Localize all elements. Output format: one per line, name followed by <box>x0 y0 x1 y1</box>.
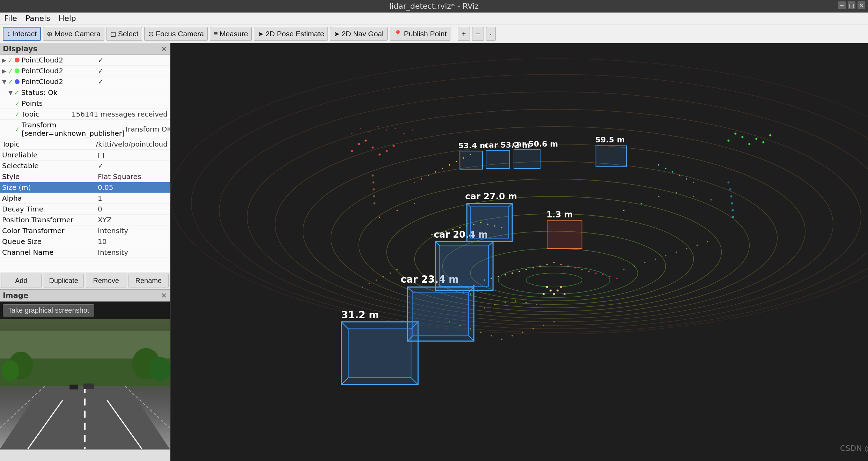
svg-point-66 <box>679 175 681 176</box>
tree-row-transform[interactable]: ✓ Transform [sender=unknown_publisher] T… <box>0 120 170 139</box>
rename-button[interactable]: Rename <box>128 274 169 288</box>
svg-point-9 <box>2 360 19 381</box>
image-close-button[interactable]: ✕ <box>161 291 167 300</box>
tree-row-style[interactable]: Style Flat Squares <box>0 171 170 182</box>
tree-row-decay[interactable]: Decay Time 0 <box>0 204 170 215</box>
svg-rect-14 <box>170 43 868 461</box>
svg-point-140 <box>395 128 396 129</box>
select-icon: ◻ <box>110 30 116 38</box>
nav-goal-button[interactable]: ➤ 2D Nav Goal <box>330 27 387 41</box>
menu-file[interactable]: File <box>4 14 17 23</box>
svg-point-69 <box>351 150 353 152</box>
pose-estimate-button[interactable]: ➤ 2D Pose Estimate <box>254 27 328 41</box>
svg-rect-132 <box>486 150 510 169</box>
minus-button[interactable]: − <box>472 27 484 41</box>
publish-point-button[interactable]: 📍 Publish Point <box>390 27 451 41</box>
move-camera-icon: ⊕ <box>47 30 53 38</box>
svg-rect-134 <box>596 146 627 167</box>
plus-button[interactable]: + <box>458 27 470 41</box>
tree-row-topic-msg[interactable]: ✓ Topic 156141 messages received <box>0 109 170 120</box>
minimize-button[interactable]: ─ <box>838 1 846 9</box>
svg-rect-117 <box>413 292 469 336</box>
tree-row-pc1[interactable]: ▶ ✓ PointCloud2 ✓ <box>0 55 170 66</box>
close-button[interactable]: ✕ <box>858 1 865 9</box>
svg-point-33 <box>512 272 513 274</box>
svg-point-104 <box>623 210 625 211</box>
tree-expand-icon: ▼ <box>8 89 13 96</box>
move-camera-button[interactable]: ⊕ Move Camera <box>43 27 104 41</box>
svg-point-72 <box>372 147 374 149</box>
svg-point-181 <box>372 174 374 177</box>
svg-point-136 <box>360 128 361 129</box>
svg-point-67 <box>686 178 687 180</box>
displays-section: Displays ✕ ▶ ✓ PointCloud2 ✓ ▶ ✓ PointCl… <box>0 43 170 290</box>
measure-button[interactable]: ≡ Measure <box>210 27 252 41</box>
tree-row-pos-transform[interactable]: Position Transformer XYZ <box>0 215 170 225</box>
tree-label: PointCloud2 <box>21 77 98 86</box>
dot-button[interactable]: · <box>486 27 496 41</box>
svg-point-163 <box>382 276 384 277</box>
remove-button[interactable]: Remove <box>86 274 126 288</box>
3d-viewport[interactable]: 31.2 m car 23.4 m car 20.4 m <box>170 43 868 461</box>
displays-header: Displays ✕ <box>0 43 170 55</box>
focus-camera-button[interactable]: ⊙ Focus Camera <box>144 27 208 41</box>
tree-row-queue-size[interactable]: Queue Size 10 <box>0 236 170 247</box>
svg-point-105 <box>641 203 642 204</box>
tree-value: □ <box>98 151 168 159</box>
svg-point-81 <box>762 141 764 143</box>
tree-row-selectable[interactable]: Selectable ✓ <box>0 161 170 171</box>
svg-point-168 <box>644 262 646 263</box>
svg-point-35 <box>525 269 527 270</box>
svg-point-73 <box>378 154 381 156</box>
svg-point-172 <box>686 248 687 250</box>
tree-row-color-transform[interactable]: Color Transformer Intensity <box>0 225 170 236</box>
tree-row-pc2[interactable]: ▶ ✓ PointCloud2 ✓ <box>0 66 170 76</box>
focus-camera-icon: ⊙ <box>148 30 154 38</box>
maximize-button[interactable]: □ <box>848 1 855 9</box>
svg-point-108 <box>693 196 694 197</box>
tree-row-status[interactable]: ▼ ✓ Status: Ok <box>0 87 170 98</box>
tree-row-channel[interactable]: Channel Name Intensity <box>0 247 170 258</box>
svg-point-148 <box>501 339 502 340</box>
svg-rect-7 <box>83 384 94 389</box>
select-button[interactable]: ◻ Select <box>106 27 142 41</box>
tree-row-topic[interactable]: Topic /kitti/velo/pointcloud <box>0 139 170 150</box>
tree-label: Color Transformer <box>2 226 98 235</box>
svg-point-56 <box>428 175 429 176</box>
duplicate-button[interactable]: Duplicate <box>44 274 84 288</box>
tree-check-right: ✓ <box>98 56 168 64</box>
svg-point-139 <box>386 129 387 131</box>
tree-row-pc3[interactable]: ▼ ✓ PointCloud2 ✓ <box>0 76 170 87</box>
image-header: Image ✕ <box>0 290 170 302</box>
svg-point-169 <box>655 258 656 260</box>
svg-point-149 <box>512 335 513 336</box>
svg-point-70 <box>358 143 360 145</box>
add-button[interactable]: Add <box>1 274 42 288</box>
svg-point-147 <box>491 335 492 336</box>
screenshot-button[interactable]: Take graphical screenshot <box>3 304 94 317</box>
tree-label: Position Transformer <box>2 216 98 224</box>
pc-color-dot <box>15 58 20 62</box>
tree-row-points[interactable]: ✓ Points <box>0 98 170 109</box>
tree-row-alpha[interactable]: Alpha 1 <box>0 193 170 204</box>
menu-help[interactable]: Help <box>59 14 76 23</box>
tree-row-unreliable[interactable]: Unreliable □ <box>0 150 170 161</box>
tree-value: XYZ <box>98 216 168 224</box>
svg-point-97 <box>557 289 559 291</box>
image-section: Image ✕ Take graphical screenshot <box>0 290 170 461</box>
svg-point-50 <box>595 272 597 274</box>
tree-value: Transform OK <box>125 125 170 133</box>
displays-tree[interactable]: ▶ ✓ PointCloud2 ✓ ▶ ✓ PointCloud2 ✓ ▼ <box>0 55 170 272</box>
tree-check-icon: ✓ <box>15 126 20 133</box>
svg-point-152 <box>543 325 544 326</box>
svg-point-37 <box>539 265 541 267</box>
interact-button[interactable]: ↕ Interact <box>3 27 41 41</box>
tree-check-right: ✓ <box>98 67 168 75</box>
svg-point-76 <box>727 140 729 142</box>
tree-check-icon: ✓ <box>15 100 20 107</box>
displays-close-button[interactable]: ✕ <box>161 45 167 53</box>
svg-point-95 <box>550 289 552 291</box>
menu-panels[interactable]: Panels <box>25 14 50 23</box>
svg-point-166 <box>623 269 625 270</box>
tree-row-size[interactable]: Size (m) 0.05 <box>0 182 170 193</box>
